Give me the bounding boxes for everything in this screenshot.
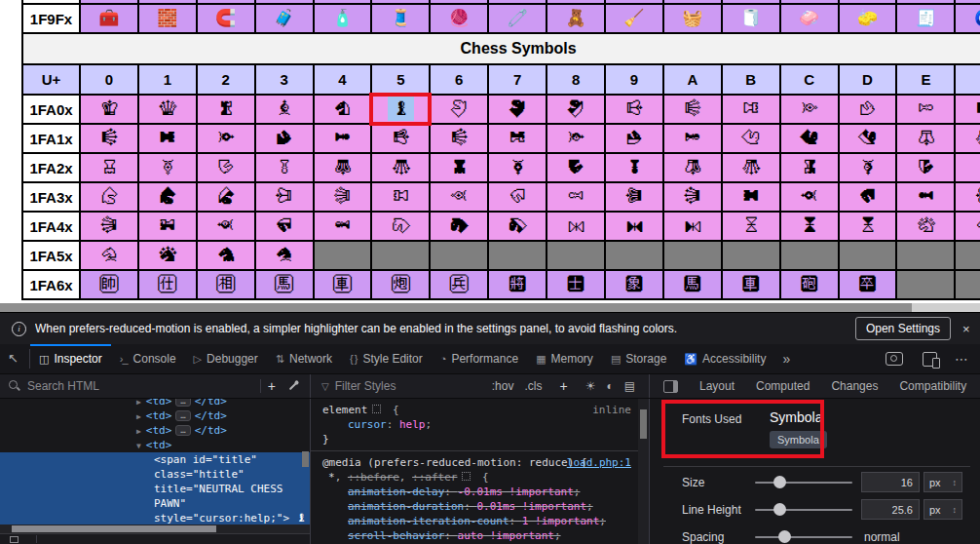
tab-computed[interactable]: Computed (756, 379, 810, 393)
collapsed-ellipsis-badge[interactable]: … (175, 425, 190, 436)
tab-layout[interactable]: Layout (699, 379, 735, 393)
highlighter-target-icon[interactable] (462, 472, 471, 481)
markup-node-collapsed[interactable]: ▶<td>…</td> (0, 408, 310, 423)
media-query-header: @media (prefers-reduced-motion: reduce) … (311, 455, 649, 470)
filter-styles-input[interactable]: Filter Styles (335, 379, 396, 393)
glyph-cell: 🧾 (896, 4, 955, 33)
glyph-cell: 🨄 (314, 95, 372, 124)
line-height-slider-thumb[interactable] (773, 503, 786, 516)
glyph-cell: 🩫 (722, 270, 780, 299)
glyph-cell: 🧵 (371, 4, 430, 33)
glyph: 🩀 (99, 214, 118, 236)
selected-node[interactable]: <span id="title"class="htitle"title="NEU… (0, 452, 310, 525)
line-height-slider[interactable] (755, 509, 852, 511)
devtools-tab-performance[interactable]: ◔Performance (432, 344, 527, 373)
devtools-tab-style-editor[interactable]: { }Style Editor (341, 344, 432, 373)
font-size-input[interactable] (861, 472, 920, 492)
column-header-cell: 0 (80, 64, 138, 95)
collapse-sidebar-icon[interactable] (663, 380, 678, 393)
spacing-slider-thumb[interactable] (778, 530, 791, 543)
markup-breadcrumbs-bar[interactable] (0, 533, 310, 544)
column-header-cell: F (955, 64, 980, 95)
css-declaration[interactable]: scroll-behavior: auto !important; (311, 528, 649, 543)
add-node-button[interactable]: + (261, 378, 283, 394)
markup-horizontal-scrollbar-thumb[interactable] (12, 525, 216, 532)
devtools-tab-console[interactable]: ›_Console (111, 344, 185, 373)
rule-source-link[interactable]: load.php:1 (567, 455, 631, 470)
breadcrumb-node-icon[interactable] (10, 536, 19, 543)
line-height-input[interactable] (861, 499, 920, 520)
markup-node-collapsed[interactable]: ▶<td>…</td> (0, 399, 310, 408)
collapse-arrow-icon[interactable]: ▼ (136, 442, 141, 450)
glyph: 🩏 (975, 214, 980, 236)
expand-arrow-icon[interactable]: ▶ (136, 399, 141, 407)
glyph-cell: 🩓 (255, 241, 314, 270)
selected-node-line: class="htitle" (0, 467, 310, 482)
devtools-tab-storage[interactable]: ▤Storage (602, 344, 675, 373)
pseudo-class-button[interactable]: :hov (492, 379, 514, 393)
dark-theme-icon[interactable]: ◐ (606, 379, 613, 393)
markup-vertical-scrollbar-thumb[interactable] (302, 451, 309, 467)
search-html-input[interactable]: Search HTML (27, 379, 99, 393)
font-size-unit-select[interactable]: px ↕ (923, 472, 962, 492)
devtools-tab-inspector[interactable]: ◫Inspector (30, 344, 111, 373)
expand-arrow-icon[interactable]: ▶ (136, 412, 141, 421)
glyph: 🩨 (567, 273, 585, 294)
light-theme-icon[interactable]: ☀ (585, 379, 596, 393)
notification-message: When prefers-reduced-motion is enabled, … (35, 322, 855, 335)
spacing-slider[interactable] (755, 536, 852, 538)
unassigned-cell (780, 241, 839, 270)
devtools-tab-accessibility[interactable]: ♿Accessibility (675, 344, 774, 373)
unassigned-cell (955, 270, 980, 299)
pick-element-icon: ↖ (8, 351, 19, 366)
pick-element-button[interactable]: ↖ (0, 344, 29, 373)
unicode-table: 1F9Fx🧰🧱🧲🧳🧴🧵🧶🧷🧸🧹🧺🧻🧼🧽🧾🧿Chess SymbolsU+0123… (21, 0, 980, 300)
markup-horizontal-scrollbar[interactable] (0, 525, 310, 533)
glyph-cell: 🩎 (896, 212, 955, 241)
glyph-cell: 🨍 (839, 95, 897, 124)
css-declaration[interactable]: animation-delay: -0.01ms !important; (311, 485, 649, 499)
rules-vertical-scrollbar-thumb[interactable] (640, 409, 647, 439)
devtools-menu-icon[interactable]: ⋯ (947, 351, 980, 367)
print-media-icon[interactable]: ▤ (624, 379, 635, 393)
highlighter-target-icon[interactable] (372, 405, 381, 413)
tab-compatibility[interactable]: Compatibility (899, 379, 966, 393)
font-size-slider[interactable] (755, 482, 852, 484)
open-settings-button[interactable]: Open Settings (855, 317, 951, 340)
glyph-cell: 🧷 (488, 4, 547, 33)
markup-node-collapsed[interactable]: ▶<td>…</td> (0, 423, 310, 438)
devtools-tab-network[interactable]: ⇅Network (267, 344, 341, 373)
glyph: 🨎 (917, 97, 935, 119)
glyph-cell: 🨰 (80, 182, 138, 212)
devtools-tab-debugger[interactable]: ▷Debugger (185, 344, 267, 373)
tab-changes[interactable]: Changes (831, 379, 878, 393)
row-label-cell: 1FA1x (22, 124, 80, 153)
css-declaration[interactable]: cursor: help; (311, 417, 649, 432)
page-horizontal-scrollbar[interactable] (0, 303, 980, 312)
responsive-design-icon[interactable] (923, 352, 937, 367)
glyph: 🨺 (683, 185, 701, 207)
eyedropper-icon[interactable] (289, 382, 297, 390)
add-rule-button[interactable]: + (552, 378, 574, 394)
font-size-slider-thumb[interactable] (773, 476, 786, 488)
column-header-cell: 3 (255, 64, 314, 95)
line-height-unit-select[interactable]: px ↕ (923, 499, 962, 520)
more-tabs-icon[interactable]: » (774, 344, 798, 373)
screenshot-camera-icon[interactable] (886, 352, 903, 366)
class-toggle-button[interactable]: .cls (524, 379, 542, 393)
glyph: 🩈 (567, 214, 585, 236)
page-horizontal-scrollbar-thumb[interactable] (0, 303, 912, 312)
expand-arrow-icon[interactable]: ▶ (136, 427, 141, 436)
markup-node-expanded[interactable]: ▼<td> (0, 438, 310, 452)
css-declaration[interactable]: animation-iteration-count: 1 !important; (311, 514, 649, 528)
rules-vertical-scrollbar[interactable] (638, 399, 649, 544)
css-declaration[interactable]: animation-duration: 0.01ms !important; (311, 499, 649, 514)
glyph-cell: 🨑 (138, 124, 197, 153)
devtools-tab-memory[interactable]: ▦Memory (527, 344, 602, 373)
collapsed-ellipsis-badge[interactable]: … (175, 399, 190, 407)
semicolon: ; (599, 515, 606, 527)
glyph: 🨐 (99, 127, 118, 148)
column-header-cell: 5 (371, 64, 430, 95)
collapsed-ellipsis-badge[interactable]: … (175, 410, 190, 421)
close-notification-icon[interactable]: × (962, 322, 980, 336)
